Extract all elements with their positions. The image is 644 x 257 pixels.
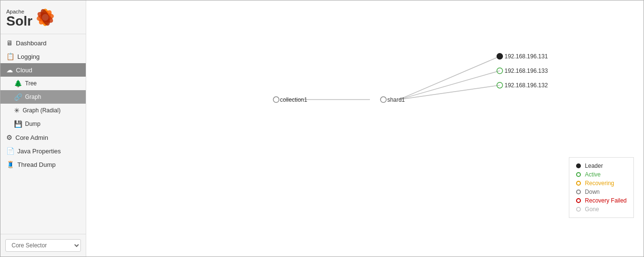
node3-label: 192.168.196.132 [504, 82, 548, 89]
legend-dot-recovering [576, 181, 581, 186]
tree-icon: 🌲 [14, 80, 22, 87]
core-selector-area: Core Selector [0, 234, 86, 257]
legend-label-active: Active [585, 171, 601, 178]
legend-dot-active [576, 172, 581, 177]
graph-area: collection1 shard1 192.168.196.131 192.1… [86, 0, 644, 257]
node2-label: 192.168.196.133 [504, 68, 548, 74]
app-window: Apache Solr [0, 0, 644, 257]
cloud-icon: ☁ [6, 66, 13, 74]
legend-dot-down [576, 189, 581, 194]
legend-label-recovering: Recovering [585, 180, 614, 187]
legend-label-gone: Gone [585, 206, 599, 213]
sidebar-item-dump[interactable]: 💾 Dump [0, 117, 86, 131]
shard1-label: shard1 [387, 96, 405, 103]
sidebar-item-thread-dump[interactable]: 🧵 Thread Dump [0, 158, 86, 171]
logo-solr-text: Solr [6, 14, 32, 28]
legend-item-recovering: Recovering [576, 180, 627, 187]
svg-line-6 [399, 56, 500, 100]
sidebar-item-dashboard[interactable]: 🖥 Dashboard [0, 36, 86, 50]
sidebar-item-thread-dump-label: Thread Dump [17, 161, 55, 168]
sidebar-item-core-admin-label: Core Admin [15, 134, 48, 141]
sidebar-item-core-admin[interactable]: ⚙ Core Admin [0, 131, 86, 144]
sidebar-item-java-properties[interactable]: 📄 Java Properties [0, 144, 86, 158]
sidebar-item-graph-label: Graph [25, 94, 41, 100]
core-selector[interactable]: Core Selector [5, 239, 81, 252]
legend-item-leader: Leader [576, 162, 627, 169]
sidebar-item-tree-label: Tree [25, 80, 37, 87]
sidebar-item-graph[interactable]: 🔗 Graph [0, 90, 86, 104]
solr-logo-icon [35, 7, 55, 27]
logging-icon: 📋 [6, 53, 14, 60]
collection1-label: collection1 [280, 96, 307, 103]
shard1-node[interactable] [381, 97, 386, 103]
sidebar-item-tree[interactable]: 🌲 Tree [0, 77, 86, 90]
legend-label-down: Down [585, 189, 600, 195]
dashboard-icon: 🖥 [6, 39, 13, 47]
legend-item-recovery-failed: Recovery Failed [576, 197, 627, 204]
legend-dot-recovery-failed [576, 198, 581, 203]
sidebar-item-dashboard-label: Dashboard [16, 40, 47, 47]
node1-label: 192.168.196.131 [504, 53, 548, 60]
sidebar-item-logging[interactable]: 📋 Logging [0, 50, 86, 63]
legend-label-recovery-failed: Recovery Failed [585, 197, 627, 204]
nav-items: 🖥 Dashboard 📋 Logging ☁ Cloud 🌲 Tree 🔗 G [0, 34, 86, 234]
sidebar-item-logging-label: Logging [17, 53, 39, 60]
logo-area: Apache Solr [0, 0, 86, 34]
svg-line-8 [399, 85, 500, 100]
sidebar-item-dump-label: Dump [25, 121, 40, 127]
legend-dot-gone [576, 207, 581, 212]
legend: Leader Active Recovering Down Recovery F… [569, 157, 634, 218]
sidebar-item-graph-radial[interactable]: ✳ Graph (Radial) [0, 104, 86, 117]
java-properties-icon: 📄 [6, 147, 14, 155]
sidebar-item-graph-radial-label: Graph (Radial) [23, 107, 61, 114]
graph-icon: 🔗 [14, 93, 22, 101]
sidebar: Apache Solr [0, 0, 86, 257]
node2-dot[interactable] [497, 68, 503, 74]
sidebar-item-cloud[interactable]: ☁ Cloud [0, 63, 86, 77]
svg-point-5 [42, 14, 49, 21]
core-admin-icon: ⚙ [6, 134, 13, 141]
main-content: collection1 shard1 192.168.196.131 192.1… [86, 0, 644, 257]
node1-dot[interactable] [497, 54, 503, 59]
legend-item-active: Active [576, 171, 627, 178]
svg-line-7 [399, 71, 500, 100]
sidebar-item-cloud-label: Cloud [16, 67, 32, 74]
dump-icon: 💾 [14, 120, 22, 128]
collection1-node[interactable] [273, 97, 279, 103]
legend-label-leader: Leader [585, 162, 603, 169]
thread-dump-icon: 🧵 [6, 161, 14, 168]
legend-item-gone: Gone [576, 206, 627, 213]
legend-item-down: Down [576, 189, 627, 195]
graph-svg: collection1 shard1 192.168.196.131 192.1… [86, 0, 644, 257]
sidebar-item-java-properties-label: Java Properties [17, 148, 61, 155]
graph-radial-icon: ✳ [14, 107, 20, 114]
legend-dot-leader [576, 163, 581, 168]
